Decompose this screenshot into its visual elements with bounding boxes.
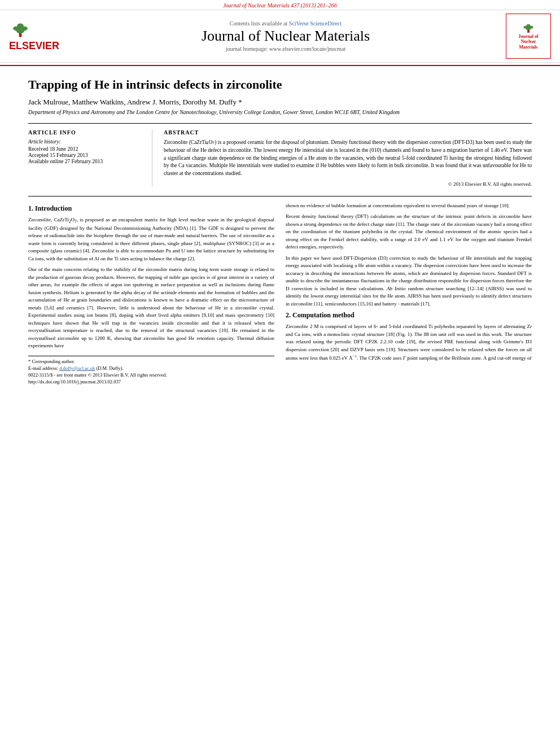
article-history-label: Article history:	[28, 139, 144, 145]
footnote-email-suffix: (D.M. Duffy).	[97, 365, 124, 371]
authors-text: Jack Mulroue, Matthew Watkins, Andrew J.…	[28, 98, 242, 106]
divider-2	[28, 196, 532, 196]
svg-point-4	[17, 23, 24, 28]
elsevier-tree-icon	[9, 21, 32, 38]
footnote-email-line: E-mail address: d.duffy@ucl.ac.uk (D.M. …	[28, 365, 274, 371]
abstract-column: ABSTRACT Zirconolite (CaZrTi₂O₇) is a pr…	[164, 129, 532, 187]
section2-heading: 2. Computation method	[286, 311, 532, 320]
article-content: Trapping of He in intrinsic defects in z…	[0, 66, 560, 397]
journal-banner: ELSEVIER Contents lists available at Sci…	[0, 10, 560, 63]
svg-rect-5	[527, 30, 530, 33]
footnote-star-text: * Corresponding author.	[28, 359, 75, 364]
footnote-issn-line: 0022-3115/$ - see front matter © 2013 El…	[28, 372, 274, 378]
footnote-doi-line: http://dx.doi.org/10.1016/j.jnucmat.2013…	[28, 379, 274, 385]
contents-text: Contents lists available at	[230, 20, 287, 27]
available-date: Available online 27 February 2013	[28, 159, 144, 164]
article-info-label: ARTICLE INFO	[28, 129, 144, 136]
section2-body-col2: Zirconolite 2 M is comprised of layers o…	[286, 323, 532, 362]
abstract-label: ABSTRACT	[164, 129, 532, 136]
article-affiliation: Department of Physics and Astronomy and …	[28, 109, 532, 115]
footnote-email-link[interactable]: d.duffy@ucl.ac.uk	[59, 365, 95, 371]
article-title: Trapping of He in intrinsic defects in z…	[28, 77, 532, 92]
abstract-text: Zirconolite (CaZrTi₂O₇) is a proposed ce…	[164, 139, 532, 178]
svg-point-9	[526, 24, 530, 27]
elsevier-wordmark: ELSEVIER	[9, 40, 77, 52]
section1-body-col1: Zirconolite, CaZrTi2O7, is proposed as a…	[28, 216, 274, 350]
journal-title-main: Journal of Nuclear Materials	[77, 28, 495, 45]
footnote-email-label: E-mail address:	[28, 365, 58, 371]
article-info-block: Article history: Received 18 June 2012 A…	[28, 139, 144, 164]
body-section: 1. Introduction Zirconolite, CaZrTi2O7, …	[28, 202, 532, 386]
info-abstract-section: ARTICLE INFO Article history: Received 1…	[28, 129, 532, 187]
journal-issue-text: Journal of Nuclear Materials 437 (2013) …	[223, 2, 337, 8]
logo-title-text: Journal ofNuclearMaterials	[518, 34, 538, 50]
journal-header: Journal of Nuclear Materials 437 (2013) …	[0, 0, 560, 66]
body-column-left: 1. Introduction Zirconolite, CaZrTi2O7, …	[28, 202, 274, 386]
sciverse-link[interactable]: SciVerse ScienceDirect	[289, 20, 342, 27]
journal-logo-box: Journal ofNuclearMaterials	[506, 14, 551, 59]
contents-available-line: Contents lists available at SciVerse Sci…	[77, 20, 495, 27]
section1-heading: 1. Introduction	[28, 204, 274, 213]
footnote-star-line: * Corresponding author.	[28, 359, 274, 364]
journal-logo-box-area: Journal ofNuclearMaterials	[495, 14, 551, 59]
received-date: Received 18 June 2012	[28, 146, 144, 152]
logo-tree-icon	[520, 23, 537, 34]
section1-body-col2: shown no evidence of bubble formation at…	[286, 202, 532, 308]
article-authors: Jack Mulroue, Matthew Watkins, Andrew J.…	[28, 98, 532, 107]
journal-title-area: Contents lists available at SciVerse Sci…	[77, 20, 495, 52]
divider-1	[28, 123, 532, 124]
copyright-line: © 2013 Elsevier B.V. All rights reserved…	[164, 181, 532, 187]
journal-issue-bar: Journal of Nuclear Materials 437 (2013) …	[0, 0, 560, 10]
body-column-right: shown no evidence of bubble formation at…	[286, 202, 532, 386]
footnote-area: * Corresponding author. E-mail address: …	[28, 356, 274, 385]
article-info-column: ARTICLE INFO Article history: Received 1…	[28, 129, 152, 187]
elsevier-logo-area: ELSEVIER	[9, 21, 77, 52]
journal-homepage: journal homepage: www.elsevier.com/locat…	[77, 46, 495, 52]
accepted-date: Accepted 15 February 2013	[28, 152, 144, 158]
